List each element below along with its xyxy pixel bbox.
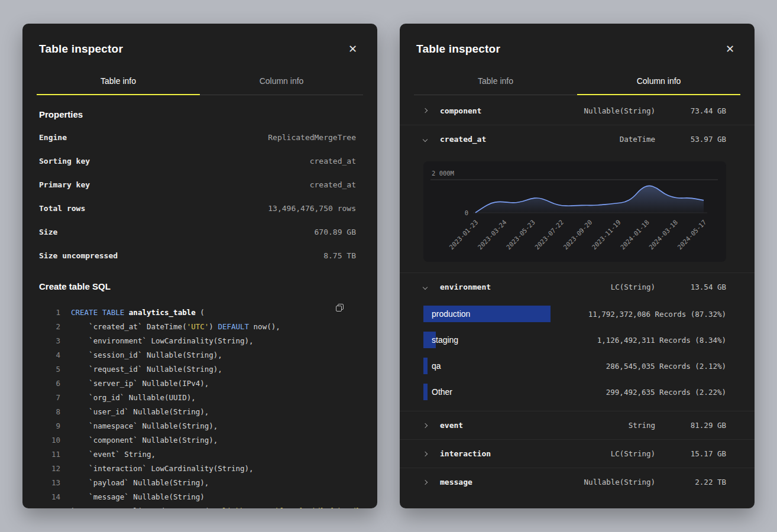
svg-text:2 000M: 2 000M [432, 170, 454, 177]
sql-lines: 1CREATE TABLE analytics_table (2 `create… [39, 306, 361, 508]
distribution-value: 286,545,035 Records (2.12%) [606, 362, 726, 371]
svg-text:2024-03-18: 2024-03-18 [648, 218, 679, 251]
chevron-down-icon [423, 138, 440, 141]
column-type: String [531, 421, 655, 430]
sql-line: 15) ENGINE = ReplicatedMergeTree('/click… [39, 504, 361, 508]
line-number: 2 [39, 320, 60, 334]
line-number: 14 [39, 490, 60, 504]
column-type: LC(String) [531, 449, 655, 458]
property-label: Sorting key [39, 157, 90, 166]
column-row-interaction[interactable]: interactionLC(String)15.17 GB [400, 439, 755, 468]
copy-icon[interactable] [333, 301, 347, 316]
sql-line: 13 `payload` Nullable(String), [39, 476, 361, 490]
distribution-row-other: Other299,492,635 Records (2.22%) [400, 379, 755, 405]
sql-line: 12 `interaction` LowCardinality(String), [39, 462, 361, 476]
column-type: DateTime [531, 135, 655, 144]
value-distribution-list: production11,792,372,086 Records (87.32%… [400, 301, 755, 411]
table-inspector-dialog-left: Table inspector ✕ Table infoColumn info … [22, 24, 377, 508]
sql-line: 5 `request_id` Nullable(String), [39, 362, 361, 377]
code-text: `environment` LowCardinality(String), [71, 334, 254, 348]
column-name: component [440, 106, 531, 115]
chevron-right-icon [423, 481, 440, 484]
property-label: Primary key [39, 180, 90, 189]
svg-text:2024-05-17: 2024-05-17 [676, 218, 708, 251]
dialog-header: Table inspector ✕ [400, 24, 755, 64]
sql-code-block: 1CREATE TABLE analytics_table (2 `create… [22, 297, 377, 508]
properties-list: EngineReplicatedMergeTreeSorting keycrea… [22, 125, 377, 267]
column-name: message [440, 478, 531, 486]
columns-list: componentNullable(String)73.44 GBcreated… [400, 95, 755, 496]
code-text: `org_id` Nullable(UUID), [71, 391, 196, 405]
column-row-environment[interactable]: environmentLC(String)13.54 GB [400, 273, 755, 301]
distribution-row-staging: staging1,126,492,311 Records (8.34%) [400, 327, 755, 353]
column-type: Nullable(String) [531, 478, 655, 486]
distribution-value: 11,792,372,086 Records (87.32%) [588, 310, 726, 319]
sql-line: 1CREATE TABLE analytics_table ( [39, 306, 361, 320]
sql-line: 2 `created_at` DateTime('UTC') DEFAULT n… [39, 320, 361, 334]
line-number: 15 [39, 504, 60, 508]
code-text: CREATE TABLE analytics_table ( [71, 306, 205, 320]
code-text: `payload` Nullable(String), [71, 476, 209, 490]
chevron-right-icon [423, 109, 440, 112]
column-size: 73.44 GB [655, 106, 726, 115]
tab-column-info[interactable]: Column info [200, 69, 363, 95]
code-text: `created_at` DateTime('UTC') DEFAULT now… [71, 320, 280, 334]
distribution-value: 1,126,492,311 Records (8.34%) [597, 336, 726, 345]
close-icon[interactable]: ✕ [720, 40, 740, 58]
tab-bar: Table infoColumn info [37, 69, 363, 95]
line-number: 6 [39, 377, 60, 391]
sql-line: 9 `namespace` Nullable(String), [39, 419, 361, 433]
svg-text:2023-11-19: 2023-11-19 [591, 218, 623, 251]
svg-text:2024-01-18: 2024-01-18 [619, 218, 651, 251]
code-text: `session_id` Nullable(String), [71, 348, 222, 362]
chevron-right-icon [423, 424, 440, 427]
column-name: environment [440, 283, 531, 291]
property-label: Total rows [39, 204, 85, 213]
property-row: Sorting keycreated_at [22, 149, 377, 173]
column-size: 2.22 TB [655, 478, 726, 486]
code-text: ) ENGINE = ReplicatedMergeTree('/clickho… [71, 504, 377, 508]
sql-line: 10 `component` Nullable(String), [39, 433, 361, 447]
column-row-component[interactable]: componentNullable(String)73.44 GB [400, 96, 755, 125]
code-text: `event` String, [71, 447, 156, 462]
sql-line: 3 `environment` LowCardinality(String), [39, 334, 361, 348]
column-size: 53.97 GB [655, 135, 726, 144]
close-icon[interactable]: ✕ [342, 40, 363, 58]
distribution-value: 299,492,635 Records (2.22%) [606, 388, 726, 397]
line-number: 4 [39, 348, 60, 362]
code-text: `component` Nullable(String), [71, 433, 218, 447]
property-label: Size uncompressed [39, 251, 118, 260]
dialog-body: Properties EngineReplicatedMergeTreeSort… [22, 95, 377, 508]
svg-text:2023-05-23: 2023-05-23 [505, 218, 537, 251]
distribution-label: Other [423, 387, 452, 397]
distribution-row-production: production11,792,372,086 Records (87.32%… [400, 301, 755, 327]
column-type: Nullable(String) [531, 106, 655, 115]
column-row-created-at[interactable]: created_atDateTime53.97 GB [400, 125, 755, 153]
column-row-event[interactable]: eventString81.29 GB [400, 411, 755, 439]
line-number: 3 [39, 334, 60, 348]
distribution-label: qa [423, 361, 441, 371]
chevron-down-icon [423, 286, 440, 289]
code-text: `message` Nullable(String) [71, 490, 205, 504]
line-number: 5 [39, 362, 60, 377]
tab-table-info[interactable]: Table info [37, 69, 200, 95]
tab-column-info[interactable]: Column info [577, 69, 740, 95]
dialog-header: Table inspector ✕ [22, 24, 377, 64]
column-size: 15.17 GB [655, 449, 726, 458]
property-value: created_at [310, 180, 356, 189]
line-number: 8 [39, 405, 60, 419]
sql-line: 8 `user_id` Nullable(String), [39, 405, 361, 419]
sql-line: 14 `message` Nullable(String) [39, 490, 361, 504]
sql-line: 4 `session_id` Nullable(String), [39, 348, 361, 362]
property-label: Size [39, 228, 57, 236]
property-row: Size670.89 GB [22, 220, 377, 244]
line-number: 10 [39, 433, 60, 447]
dialog-title: Table inspector [416, 43, 500, 56]
property-value: 13,496,476,750 rows [268, 204, 356, 213]
distribution-label: staging [423, 335, 458, 345]
column-row-message[interactable]: messageNullable(String)2.22 TB [400, 468, 755, 496]
tab-table-info[interactable]: Table info [414, 69, 577, 95]
svg-text:2023-07-22: 2023-07-22 [533, 218, 565, 251]
column-distribution-chart: 2 000M02023-01-232023-03-242023-05-23202… [423, 161, 726, 262]
property-row: Total rows13,496,476,750 rows [22, 196, 377, 220]
